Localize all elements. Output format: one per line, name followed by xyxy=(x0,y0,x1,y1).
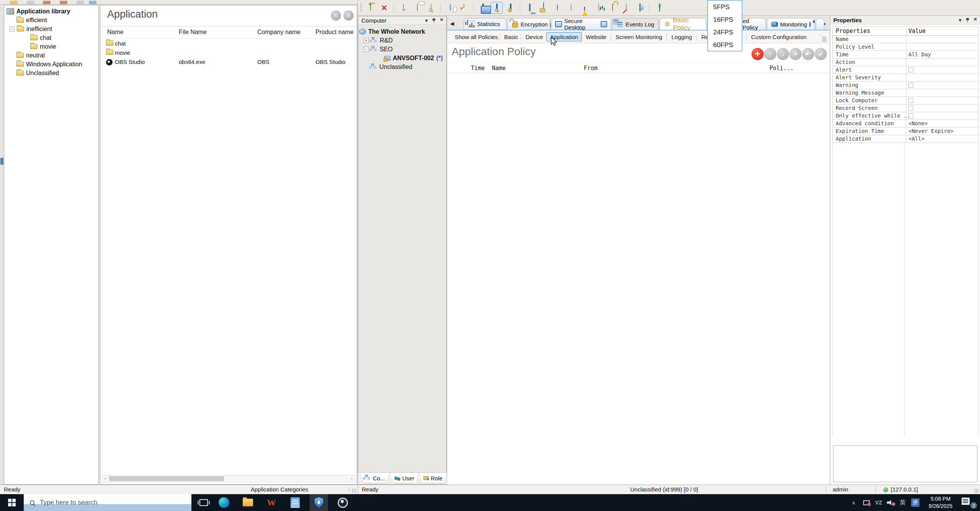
library-tree-node[interactable]: Unclassified xyxy=(5,69,98,77)
toolbar-icon[interactable] xyxy=(520,3,520,13)
main-tab[interactable]: ⚙ Basic Policy xyxy=(660,18,706,30)
property-row[interactable]: Warning xyxy=(833,82,978,89)
toolbar-icon[interactable] xyxy=(440,3,441,13)
column-header[interactable]: Name xyxy=(107,29,124,36)
fps-menu-item[interactable]: 24FPS xyxy=(708,26,742,39)
taskbar-app-wps[interactable]: W xyxy=(262,494,281,511)
column-header[interactable]: Name xyxy=(492,65,506,72)
ime-language-button[interactable]: 英 xyxy=(897,494,908,511)
main-tab[interactable]: Monitoring xyxy=(767,18,815,30)
policy-subtab[interactable]: Website xyxy=(586,33,606,42)
toolbar-icon[interactable] xyxy=(620,2,632,14)
library-tree-node[interactable]: inefficient xyxy=(5,25,98,33)
toolbar-icon[interactable] xyxy=(565,2,577,14)
checkbox[interactable] xyxy=(908,98,913,103)
scroll-right-arrow[interactable]: › xyxy=(349,475,355,482)
taskbar-search[interactable] xyxy=(24,494,191,511)
tray-vz-button[interactable]: VZ xyxy=(873,494,884,511)
toolbar-icon[interactable] xyxy=(491,2,503,14)
undo-button[interactable]: ↶ xyxy=(802,48,814,60)
policy-subtab[interactable]: Custom Configuration xyxy=(751,33,807,42)
policy-subtab[interactable]: Show all Policies xyxy=(455,33,498,42)
property-row[interactable]: Name xyxy=(833,36,978,43)
pin-icon[interactable] xyxy=(966,18,969,23)
tray-display-button[interactable] xyxy=(861,494,872,511)
close-icon[interactable]: × xyxy=(973,16,977,22)
column-header[interactable]: File Name xyxy=(179,29,207,36)
toolbar-icon[interactable] xyxy=(425,2,437,14)
view-tab[interactable]: Co... xyxy=(360,473,389,483)
resize-grip[interactable] xyxy=(974,488,979,493)
column-header[interactable]: Time xyxy=(471,65,485,72)
move-down-button[interactable]: ↓ xyxy=(777,48,789,60)
checkbox[interactable] xyxy=(908,113,913,118)
taskbar-app-console[interactable] xyxy=(310,494,328,511)
toolbar-icon[interactable] xyxy=(394,3,394,13)
toolbar-icon[interactable] xyxy=(364,2,376,14)
table-row[interactable]: movie xyxy=(100,48,357,57)
start-button[interactable] xyxy=(0,494,24,511)
taskbar-app-explorer[interactable] xyxy=(238,494,257,511)
view-tab[interactable]: Role xyxy=(419,473,447,483)
toolbar-icon[interactable] xyxy=(524,2,536,14)
property-row[interactable]: Application <All> xyxy=(833,135,978,143)
notification-center-button[interactable]: 2 xyxy=(962,498,977,508)
property-row[interactable]: Only effective while ... xyxy=(833,112,978,120)
property-row[interactable]: Lock Computer xyxy=(833,97,978,105)
resize-grip[interactable] xyxy=(352,488,356,493)
property-row[interactable]: Action xyxy=(833,59,978,66)
toolbar-icon[interactable] xyxy=(537,2,549,14)
toolbar-icon[interactable] xyxy=(653,2,665,14)
computer-tree-node[interactable]: R&D xyxy=(359,36,446,45)
close-icon[interactable]: × xyxy=(440,17,443,22)
library-tree-node[interactable]: chat xyxy=(5,33,98,42)
horizontal-scrollbar[interactable]: ‹ › xyxy=(102,475,355,482)
computer-tree-node[interactable]: Unclassified xyxy=(359,62,446,71)
delete-policy-button[interactable]: × xyxy=(789,48,802,60)
tree-expander[interactable] xyxy=(10,26,15,31)
toolbar-icon[interactable] xyxy=(473,3,474,13)
view-tab[interactable]: User xyxy=(390,473,419,483)
table-row[interactable]: OBS Studio obs64.exe OBS OBS Studio xyxy=(100,57,357,67)
computer-tree-node[interactable]: ANVSOFT-002 (*) xyxy=(359,54,446,62)
search-input[interactable] xyxy=(40,499,166,506)
fps-menu-item[interactable]: 60FPS xyxy=(708,39,742,51)
library-tree-node[interactable]: movie xyxy=(5,42,98,51)
tree-expander[interactable] xyxy=(364,38,369,43)
toolbar-icon[interactable] xyxy=(551,2,563,14)
toolbar-icon[interactable] xyxy=(505,2,516,14)
property-row[interactable]: Time All Day xyxy=(833,51,978,59)
toolbar-icon[interactable] xyxy=(477,2,489,14)
toolbar-icon[interactable] xyxy=(579,2,591,14)
taskbar-app-notepad[interactable] xyxy=(286,494,304,511)
taskbar-app-edge[interactable] xyxy=(215,494,233,511)
column-header[interactable]: Company name xyxy=(257,29,301,36)
library-tree-node[interactable]: efficient xyxy=(5,16,98,25)
policy-subtab[interactable]: Basic xyxy=(504,33,518,42)
add-policy-button[interactable]: + xyxy=(751,48,764,60)
table-row[interactable]: chat xyxy=(100,39,357,48)
main-tab[interactable] xyxy=(816,18,824,30)
tray-volume-button[interactable]: × xyxy=(885,494,897,511)
subtab-overflow-icon[interactable]: ⋅⋅ xyxy=(819,33,825,41)
toolbar-icon[interactable] xyxy=(634,2,646,14)
toolbar-icon[interactable] xyxy=(593,2,604,14)
forward-button[interactable]: › xyxy=(343,10,354,21)
library-tree-node[interactable]: Windows Application xyxy=(5,60,98,69)
policy-subtab[interactable]: Logging xyxy=(671,33,692,42)
policy-subtab[interactable]: Screen Monitoring xyxy=(616,33,662,42)
scroll-left-arrow[interactable]: ‹ xyxy=(102,475,108,482)
checkbox[interactable] xyxy=(908,83,913,88)
main-tab[interactable]: ed Policy xyxy=(738,18,766,30)
main-tab[interactable]: Statistics xyxy=(464,18,506,30)
toolbar-icon[interactable] xyxy=(458,2,470,14)
column-header[interactable]: Product name xyxy=(315,29,354,36)
toolbar-icon[interactable]: × xyxy=(378,2,390,14)
panel-menu-icon[interactable]: ▼ xyxy=(958,18,962,23)
tree-expander[interactable] xyxy=(364,47,369,52)
tray-expand-button[interactable]: ∧ xyxy=(848,494,859,511)
main-tab[interactable]: Events Log xyxy=(612,18,659,30)
toolbar-icon[interactable] xyxy=(360,3,363,13)
column-header[interactable]: Poli... xyxy=(769,65,794,72)
toolbar-icon[interactable] xyxy=(411,2,423,14)
